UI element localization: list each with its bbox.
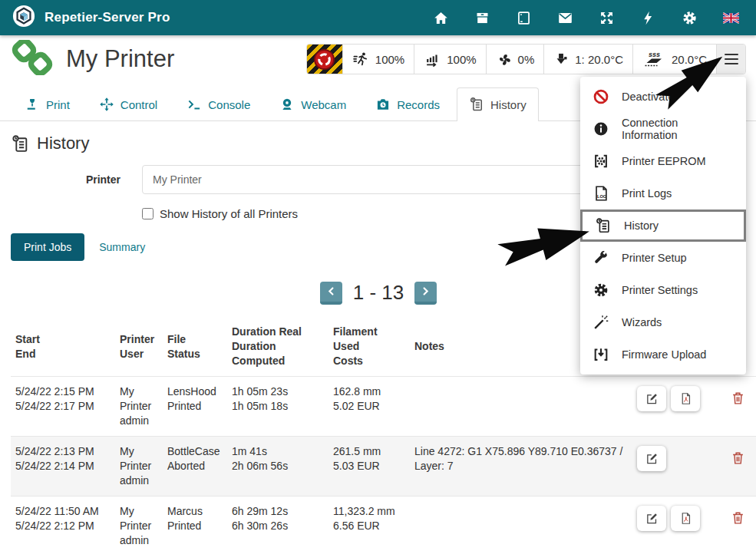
console-prompt-icon — [187, 97, 202, 112]
delete-entry-button[interactable] — [731, 510, 745, 527]
tab-webcam[interactable]: Webcam — [267, 87, 358, 120]
printer-header: My Printer 100% 100% 0% 1: 20.0°C sss 20… — [0, 35, 756, 83]
page-range-label: 1 - 13 — [353, 281, 404, 305]
edit-note-button[interactable] — [637, 386, 666, 411]
history-heading-icon — [11, 134, 30, 153]
top-navbar: Repetier-Server Pro — [0, 0, 756, 35]
trash-icon — [731, 391, 745, 405]
tab-records[interactable]: Records — [363, 87, 452, 120]
printer-select-label: Printer — [11, 173, 142, 186]
svg-text:sss: sss — [649, 51, 660, 58]
expand-icon[interactable] — [599, 10, 615, 26]
pdf-report-button[interactable] — [671, 506, 700, 531]
control-arrows-icon — [99, 97, 114, 112]
print-nozzle-icon — [25, 97, 40, 112]
deactivate-icon — [592, 87, 610, 106]
table-row: 5/24/22 11:50 AM5/24/22 2:12 PM My Print… — [11, 497, 756, 551]
gear-icon[interactable] — [682, 10, 698, 26]
records-camera-icon — [375, 97, 391, 112]
history-icon — [469, 97, 484, 112]
edit-note-button[interactable] — [637, 506, 666, 531]
tab-print[interactable]: Print — [12, 87, 82, 120]
pdf-report-button[interactable] — [671, 386, 700, 411]
next-page-button[interactable] — [414, 282, 437, 305]
extruder-icon — [553, 51, 569, 67]
delete-entry-button[interactable] — [731, 391, 745, 407]
printer-status-bar: 100% 100% 0% 1: 20.0°C sss 20.0°C — [306, 44, 746, 74]
edit-icon — [645, 392, 659, 405]
printer-title: My Printer — [66, 45, 174, 73]
svg-text:LOG: LOG — [597, 194, 607, 199]
pdf-icon — [679, 392, 692, 405]
speed-runner-icon — [352, 51, 369, 68]
fan-icon — [496, 51, 512, 68]
tab-console[interactable]: Console — [174, 87, 262, 120]
app-title: Repetier-Server Pro — [45, 10, 170, 25]
table-row: 5/24/22 2:13 PM5/24/22 2:14 PM My Printe… — [11, 437, 756, 497]
repetier-logo-icon — [12, 5, 35, 31]
menu-item-deactivate[interactable]: Deactivate — [580, 81, 746, 113]
bed-status[interactable]: sss 20.0°C — [632, 45, 716, 74]
tab-control[interactable]: Control — [87, 87, 170, 120]
tablet-icon[interactable] — [516, 10, 532, 26]
menu-item-print-logs[interactable]: LOG Print Logs — [580, 177, 746, 210]
speed-status[interactable]: 100% — [342, 45, 414, 74]
hamburger-icon — [725, 54, 738, 65]
brand[interactable]: Repetier-Server Pro — [12, 5, 170, 31]
prev-page-button[interactable] — [320, 282, 342, 305]
uk-flag-icon[interactable] — [723, 10, 739, 26]
edit-note-button[interactable] — [637, 446, 666, 471]
flow-bars-icon — [424, 51, 441, 68]
trash-icon — [731, 510, 745, 525]
menu-item-firmware-upload[interactable]: Firmware Upload — [580, 338, 746, 371]
fan-status[interactable]: 0% — [486, 45, 544, 74]
printer-dropdown-menu: Deactivate Connection Information Printe… — [580, 77, 746, 374]
print-jobs-button[interactable]: Print Jobs — [11, 233, 84, 261]
wrench-icon — [592, 249, 610, 267]
delete-entry-button[interactable] — [731, 450, 745, 467]
menu-item-connection-information[interactable]: Connection Information — [580, 113, 746, 145]
section-heading: History — [37, 134, 89, 153]
bolt-icon[interactable] — [640, 10, 656, 26]
chevron-left-icon — [326, 286, 336, 296]
firmware-upload-icon — [592, 345, 610, 364]
gear-icon — [592, 281, 610, 299]
webcam-icon — [279, 97, 295, 112]
heated-bed-icon: sss — [642, 50, 665, 68]
show-all-printers-checkbox[interactable] — [142, 208, 154, 219]
menu-item-printer-setup[interactable]: Printer Setup — [580, 242, 746, 274]
printer-menu-button[interactable] — [716, 45, 745, 74]
box-icon[interactable] — [474, 10, 490, 26]
extruder-status[interactable]: 1: 20.0°C — [543, 45, 632, 74]
tab-history[interactable]: History — [457, 87, 539, 121]
pdf-icon — [679, 512, 692, 525]
eeprom-chip-icon — [592, 152, 610, 170]
info-icon — [592, 120, 610, 138]
menu-item-history[interactable]: History — [580, 210, 746, 242]
mail-icon[interactable] — [557, 10, 573, 26]
link-icon — [11, 40, 54, 78]
edit-icon — [645, 452, 659, 465]
menu-item-printer-eeprom[interactable]: Printer EEPROM — [580, 145, 746, 177]
menu-item-wizards[interactable]: Wizards — [580, 306, 746, 338]
flow-status[interactable]: 100% — [414, 45, 485, 74]
home-icon[interactable] — [433, 10, 449, 26]
menu-item-printer-settings[interactable]: Printer Settings — [580, 274, 746, 306]
chevron-right-icon — [421, 286, 431, 296]
table-row: 5/24/22 2:15 PM5/24/22 2:17 PM My Printe… — [11, 377, 756, 437]
trash-icon — [731, 450, 745, 465]
summary-button[interactable]: Summary — [99, 241, 145, 253]
history-icon — [594, 216, 612, 235]
magic-wand-icon — [592, 313, 610, 332]
emergency-stop-button[interactable] — [307, 45, 342, 74]
log-file-icon: LOG — [592, 184, 610, 203]
edit-icon — [645, 512, 659, 525]
